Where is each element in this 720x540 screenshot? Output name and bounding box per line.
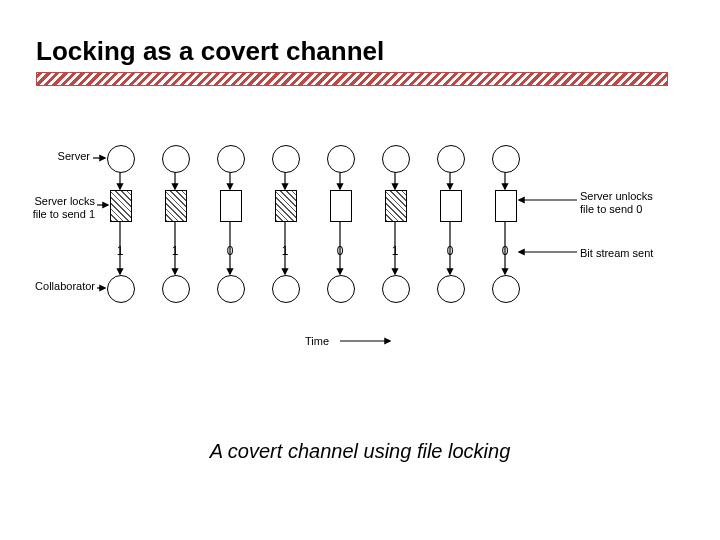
label-time: Time xyxy=(305,335,329,347)
server-circle xyxy=(327,145,355,173)
label-server: Server xyxy=(45,150,90,163)
slide-caption: A covert channel using file locking xyxy=(0,440,720,463)
bit-value: 0 xyxy=(330,244,350,258)
diagram-arrows xyxy=(60,140,660,360)
server-circle xyxy=(162,145,190,173)
lock-rect-unlocked xyxy=(440,190,462,222)
lock-rect-locked xyxy=(110,190,132,222)
server-circle xyxy=(382,145,410,173)
bit-value: 1 xyxy=(275,244,295,258)
diagram: Server Server locks file to send 1 Colla… xyxy=(60,140,660,360)
collaborator-circle xyxy=(272,275,300,303)
collaborator-circle xyxy=(492,275,520,303)
bit-value: 0 xyxy=(495,244,515,258)
label-server-unlocks: Server unlocks file to send 0 xyxy=(580,190,670,216)
slide-title: Locking as a covert channel xyxy=(36,36,384,67)
lock-rect-unlocked xyxy=(495,190,517,222)
server-circle xyxy=(437,145,465,173)
bit-value: 1 xyxy=(110,244,130,258)
collaborator-circle xyxy=(382,275,410,303)
collaborator-circle xyxy=(107,275,135,303)
collaborator-circle xyxy=(162,275,190,303)
server-circle xyxy=(217,145,245,173)
bit-value: 1 xyxy=(165,244,185,258)
label-server-locks: Server locks file to send 1 xyxy=(25,195,95,221)
server-circle xyxy=(492,145,520,173)
lock-rect-unlocked xyxy=(220,190,242,222)
label-collaborator: Collaborator xyxy=(25,280,95,293)
collaborator-circle xyxy=(437,275,465,303)
lock-rect-unlocked xyxy=(330,190,352,222)
lock-rect-locked xyxy=(385,190,407,222)
server-circle xyxy=(272,145,300,173)
lock-rect-locked xyxy=(275,190,297,222)
bit-value: 0 xyxy=(220,244,240,258)
collaborator-circle xyxy=(327,275,355,303)
label-bit-stream: Bit stream sent xyxy=(580,247,670,260)
server-circle xyxy=(107,145,135,173)
bit-value: 0 xyxy=(440,244,460,258)
bit-value: 1 xyxy=(385,244,405,258)
title-underline xyxy=(36,72,668,86)
lock-rect-locked xyxy=(165,190,187,222)
collaborator-circle xyxy=(217,275,245,303)
